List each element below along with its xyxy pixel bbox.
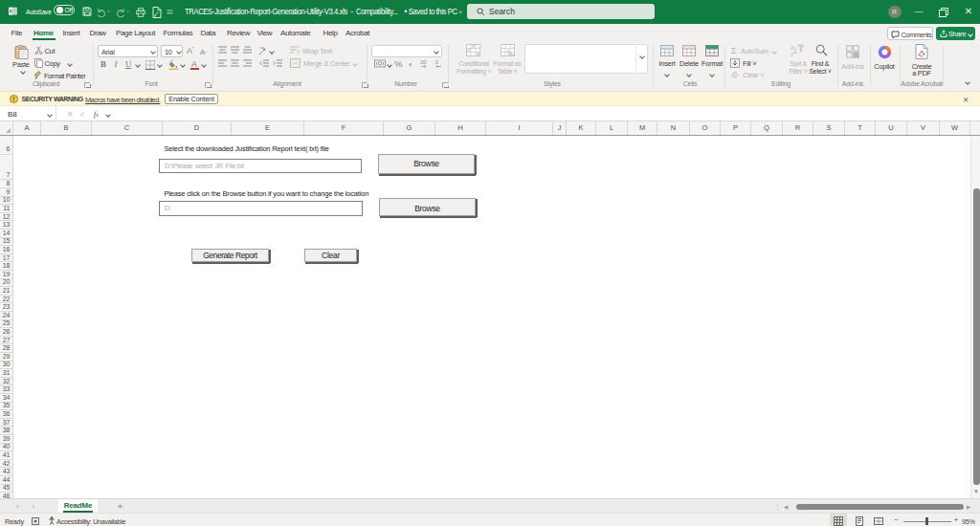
svg-text:Z: Z (791, 52, 794, 57)
svg-text:.00: .00 (419, 59, 427, 65)
svg-text:A: A (791, 45, 794, 51)
